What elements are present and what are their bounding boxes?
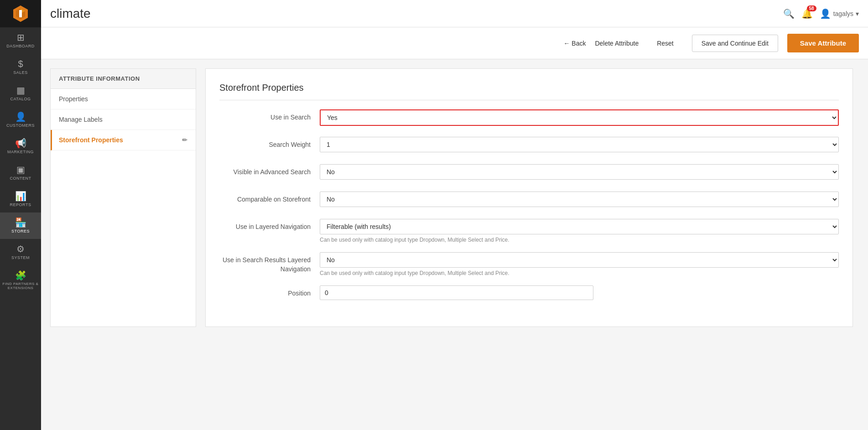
- sidebar-item-content[interactable]: ▣ CONTENT: [0, 160, 41, 186]
- field-visible-advanced-search: Visible in Advanced Search Yes No: [219, 164, 839, 182]
- reports-icon: 📊: [15, 192, 26, 201]
- field-search-results-navigation: Use in Search Results Layered Navigation…: [219, 252, 839, 276]
- main-content: climate 🔍 🔔 58 👤 tagalys ▾ ← Back Delete…: [41, 0, 868, 430]
- save-label: Save Attribute: [800, 39, 846, 47]
- logo[interactable]: [0, 0, 41, 27]
- top-header: climate 🔍 🔔 58 👤 tagalys ▾: [41, 0, 868, 27]
- chevron-down-icon: ▾: [856, 10, 859, 17]
- comparable-storefront-wrap: Yes No: [320, 192, 839, 207]
- comparable-storefront-select[interactable]: Yes No: [320, 192, 839, 207]
- field-layered-navigation: Use in Layered Navigation Filterable (wi…: [219, 219, 839, 243]
- save-continue-button[interactable]: Save and Continue Edit: [692, 35, 778, 52]
- header-right: 🔍 🔔 58 👤 tagalys ▾: [783, 8, 859, 19]
- position-label: Position: [219, 285, 320, 298]
- field-position: Position: [219, 285, 839, 304]
- position-wrap: [320, 285, 839, 300]
- field-comparable-storefront: Comparable on Storefront Yes No: [219, 192, 839, 210]
- notification-count: 58: [807, 5, 816, 11]
- content-area: ATTRIBUTE INFORMATION Properties Manage …: [41, 59, 862, 336]
- sidebar-item-catalog[interactable]: ▦ CATALOG: [0, 80, 41, 107]
- user-name: tagalys: [833, 10, 853, 17]
- layered-navigation-label: Use in Layered Navigation: [219, 219, 320, 232]
- sidebar-item-sales[interactable]: $ SALES: [0, 54, 41, 80]
- notification-bell[interactable]: 🔔 58: [801, 8, 813, 19]
- nav-storefront-properties[interactable]: Storefront Properties ✏: [51, 130, 196, 150]
- search-results-navigation-wrap: Yes No Can be used only with catalog inp…: [320, 252, 839, 276]
- delete-label: Delete Attribute: [595, 40, 639, 47]
- back-label: ← Back: [563, 40, 586, 47]
- user-icon: 👤: [820, 8, 831, 19]
- use-in-search-select[interactable]: Yes No: [320, 109, 839, 126]
- save-attribute-button[interactable]: Save Attribute: [787, 34, 859, 52]
- sidebar-item-customers[interactable]: 👤 CUSTOMERS: [0, 107, 41, 133]
- content-icon: ▣: [16, 165, 25, 174]
- comparable-storefront-label: Comparable on Storefront: [219, 192, 320, 204]
- search-results-navigation-hint: Can be used only with catalog input type…: [320, 270, 839, 276]
- stores-icon: 🏪: [15, 218, 26, 227]
- sidebar-item-marketing[interactable]: 📢 MARKETING: [0, 133, 41, 160]
- sidebar-item-reports[interactable]: 📊 REPORTS: [0, 186, 41, 212]
- system-icon: ⚙: [16, 244, 25, 254]
- nav-manage-labels[interactable]: Manage Labels: [51, 109, 196, 130]
- sales-icon: $: [18, 59, 23, 68]
- search-weight-wrap: 1 2 3 4 5: [320, 137, 839, 152]
- edit-icon: ✏: [182, 136, 187, 144]
- visible-advanced-search-label: Visible in Advanced Search: [219, 164, 320, 177]
- delete-attribute-button[interactable]: Delete Attribute: [595, 40, 639, 47]
- use-in-search-wrap: Yes No: [320, 109, 839, 126]
- form-section-title: Storefront Properties: [219, 83, 839, 100]
- visible-advanced-search-select[interactable]: Yes No: [320, 164, 839, 180]
- form-panel: Storefront Properties Use in Search Yes …: [205, 68, 853, 327]
- back-button[interactable]: ← Back: [563, 40, 586, 47]
- layered-navigation-select[interactable]: Filterable (with results) Filterable (no…: [320, 219, 839, 234]
- sidebar-item-extensions[interactable]: 🧩 FIND PARTNERS & EXTENSIONS: [0, 265, 41, 295]
- reset-button[interactable]: Reset: [648, 35, 683, 52]
- search-weight-label: Search Weight: [219, 137, 320, 150]
- svg-rect-3: [19, 10, 22, 17]
- reset-label: Reset: [657, 40, 674, 47]
- page-title: climate: [50, 6, 91, 21]
- layered-navigation-hint: Can be used only with catalog input type…: [320, 237, 839, 243]
- search-results-navigation-select[interactable]: Yes No: [320, 252, 839, 268]
- dashboard-icon: ⊞: [17, 33, 25, 42]
- use-in-search-label: Use in Search: [219, 109, 320, 122]
- catalog-icon: ▦: [16, 86, 25, 95]
- field-search-weight: Search Weight 1 2 3 4 5: [219, 137, 839, 155]
- user-menu-button[interactable]: 👤 tagalys ▾: [820, 8, 859, 19]
- main-sidebar: ⊞ DASHBOARD $ SALES ▦ CATALOG 👤 CUSTOMER…: [0, 0, 41, 430]
- nav-properties[interactable]: Properties: [51, 89, 196, 109]
- action-bar: ← Back Delete Attribute Reset Save and C…: [41, 27, 868, 59]
- save-continue-label: Save and Continue Edit: [702, 40, 769, 47]
- sidebar-item-system[interactable]: ⚙ SYSTEM: [0, 239, 41, 265]
- search-weight-select[interactable]: 1 2 3 4 5: [320, 137, 839, 152]
- search-button[interactable]: 🔍: [783, 8, 795, 19]
- field-use-in-search: Use in Search Yes No: [219, 109, 839, 128]
- sidebar-item-dashboard[interactable]: ⊞ DASHBOARD: [0, 27, 41, 54]
- extensions-icon: 🧩: [15, 271, 26, 280]
- marketing-icon: 📢: [15, 139, 26, 148]
- layered-navigation-wrap: Filterable (with results) Filterable (no…: [320, 219, 839, 243]
- position-input[interactable]: [320, 285, 593, 300]
- customers-icon: 👤: [15, 112, 26, 121]
- panel-title: ATTRIBUTE INFORMATION: [51, 69, 196, 89]
- attribute-info-panel: ATTRIBUTE INFORMATION Properties Manage …: [50, 68, 196, 327]
- visible-advanced-search-wrap: Yes No: [320, 164, 839, 180]
- sidebar-item-stores[interactable]: 🏪 STORES: [0, 212, 41, 239]
- search-results-navigation-label: Use in Search Results Layered Navigation: [219, 252, 320, 274]
